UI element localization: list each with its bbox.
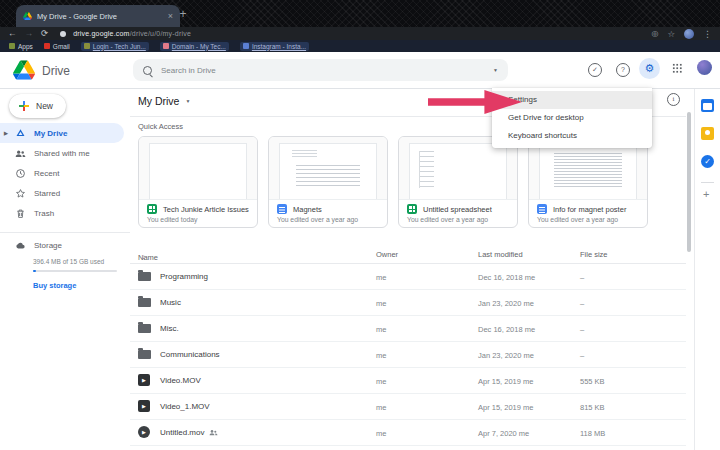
file-row[interactable]: Programming me Dec 16, 2018 me –: [130, 264, 686, 290]
quick-access-card[interactable]: Magnets You edited over a year ago: [268, 136, 388, 228]
site-info-icon[interactable]: [60, 31, 66, 37]
new-button[interactable]: New: [9, 94, 66, 118]
sidebar-item-shared-with-me[interactable]: Shared with me: [0, 143, 130, 163]
search-icon: [143, 66, 152, 75]
back-icon[interactable]: ←: [8, 27, 17, 40]
column-header-owner[interactable]: Owner: [376, 250, 398, 259]
file-row[interactable]: Communications me Jan 23, 2020 me –: [130, 342, 686, 368]
quick-access-card[interactable]: Tech Junkie Article Issues You edited to…: [138, 136, 258, 228]
people-icon: [15, 148, 26, 159]
docs-icon: [277, 204, 287, 214]
keep-icon[interactable]: [701, 127, 714, 140]
menu-item-keyboard-shortcuts[interactable]: Keyboard shortcuts: [492, 127, 652, 145]
card-thumbnail: [139, 137, 257, 200]
side-panel: ✓ +: [694, 89, 720, 450]
tasks-icon[interactable]: ✓: [701, 155, 714, 168]
docs-icon: [537, 204, 547, 214]
folder-icon: [138, 298, 151, 307]
side-panel-divider: [701, 182, 714, 183]
bookmark-favicon: [243, 43, 249, 49]
folder-icon: [138, 350, 151, 359]
quick-access-card[interactable]: Info for magnet poster You edited over a…: [528, 136, 648, 228]
scrollbar[interactable]: [687, 112, 691, 252]
help-icon[interactable]: ?: [616, 63, 630, 77]
file-row[interactable]: Misc. me Dec 16, 2018 me –: [130, 316, 686, 342]
sidebar: New ▶ My Drive Shared with me Recent: [0, 89, 130, 450]
sidebar-item-trash[interactable]: Trash: [0, 203, 130, 223]
bookmark-favicon: [44, 43, 50, 49]
extension-icon[interactable]: ◎: [651, 29, 658, 38]
drive-logo-icon: [13, 60, 35, 80]
sheets-icon: [407, 204, 417, 214]
browser-avatar[interactable]: [684, 29, 694, 39]
settings-gear-button[interactable]: ⚙: [639, 58, 660, 79]
storage-progress-bar: [33, 270, 117, 272]
column-header-last-modified[interactable]: Last modified: [478, 250, 523, 259]
forward-icon[interactable]: →: [25, 27, 34, 40]
bookmark-favicon: [9, 43, 15, 49]
sheets-icon: [147, 204, 157, 214]
sidebar-item-storage[interactable]: Storage: [0, 235, 130, 255]
quick-access-cards: Tech Junkie Article Issues You edited to…: [138, 136, 648, 228]
browser-toolbar: ← → ⟳ drive.google.com/drive/u/0/my-driv…: [0, 27, 720, 40]
url-domain: drive.google.com: [73, 30, 130, 37]
file-row[interactable]: Untitled spreadsheet me Sep 13, 2018 me …: [130, 446, 686, 450]
sidebar-item-starred[interactable]: Starred: [0, 183, 130, 203]
quick-access-card[interactable]: Untitled spreadsheet You edited over a y…: [398, 136, 518, 228]
google-apps-grid-icon[interactable]: [672, 63, 683, 74]
bookmark-apps[interactable]: Apps: [9, 43, 33, 50]
screen: My Drive - Google Drive × + ← → ⟳ drive.…: [0, 0, 720, 450]
menu-item-settings[interactable]: Settings: [492, 91, 652, 109]
browser-tab[interactable]: My Drive - Google Drive ×: [16, 5, 180, 27]
card-thumbnail: [269, 137, 387, 200]
gear-icon: ⚙: [645, 62, 655, 74]
search-options-caret-icon[interactable]: ▼: [493, 67, 498, 73]
get-addons-icon[interactable]: +: [703, 188, 709, 200]
sidebar-item-my-drive[interactable]: ▶ My Drive: [0, 123, 124, 143]
browser-menu-icon[interactable]: ⋮: [703, 29, 712, 39]
account-avatar[interactable]: [697, 60, 712, 75]
browser-tab-strip: My Drive - Google Drive × +: [0, 0, 720, 27]
view-details-icon[interactable]: i: [667, 93, 680, 106]
quick-access-label: Quick Access: [138, 122, 183, 131]
address-bar[interactable]: drive.google.com/drive/u/0/my-drive: [73, 30, 191, 37]
bookmark-item[interactable]: Domain - My Tec...: [160, 42, 229, 51]
expand-arrow-icon[interactable]: ▶: [4, 130, 8, 136]
my-drive-icon: [15, 128, 26, 139]
shared-people-icon: [209, 428, 218, 437]
tab-close-icon[interactable]: ×: [168, 12, 173, 21]
star-icon: [15, 188, 26, 199]
breadcrumb-my-drive[interactable]: My Drive ▼: [138, 95, 190, 107]
bookmark-favicon: [84, 43, 90, 49]
video-file-icon: ▶: [138, 400, 150, 412]
table-header: Name↓ Owner Last modified File size: [130, 247, 686, 264]
file-row[interactable]: ▶ Video.MOV me Apr 15, 2019 me 555 KB: [130, 368, 686, 394]
bookmark-gmail[interactable]: Gmail: [44, 43, 70, 50]
cloud-icon: [15, 240, 26, 251]
menu-item-get-drive-for-desktop[interactable]: Get Drive for desktop: [492, 109, 652, 127]
bookmark-item[interactable]: Login - Tech Jun...: [81, 42, 149, 51]
calendar-icon[interactable]: [701, 99, 714, 112]
sort-descending-icon: ↓: [142, 253, 146, 260]
video-file-icon: ▶: [138, 374, 150, 386]
new-tab-button[interactable]: +: [176, 7, 190, 21]
bookmark-star-icon[interactable]: ☆: [667, 29, 675, 39]
reload-icon[interactable]: ⟳: [41, 27, 48, 40]
chevron-down-icon[interactable]: ▼: [185, 98, 190, 104]
file-row[interactable]: ▶ Untitled.mov me Apr 7, 2020 me 118 MB: [130, 420, 686, 446]
column-header-file-size[interactable]: File size: [580, 250, 608, 259]
bookmarks-bar: Apps Gmail Login - Tech Jun... Domain - …: [0, 40, 720, 52]
search-bar[interactable]: ▼: [133, 59, 508, 81]
search-input[interactable]: [159, 65, 486, 76]
bookmark-favicon: [163, 43, 169, 49]
file-table: Name↓ Owner Last modified File size Prog…: [130, 247, 686, 450]
offline-status-icon[interactable]: ✓: [588, 63, 602, 77]
bookmark-item[interactable]: Instagram - Insta...: [240, 42, 309, 51]
file-row[interactable]: Music me Jan 23, 2020 me –: [130, 290, 686, 316]
file-row[interactable]: ▶ Video_1.MOV me Apr 15, 2019 me 815 KB: [130, 394, 686, 420]
sidebar-divider: [0, 232, 130, 233]
trash-icon: [15, 208, 26, 219]
sidebar-item-recent[interactable]: Recent: [0, 163, 130, 183]
app-name: Drive: [42, 64, 70, 78]
buy-storage-link[interactable]: Buy storage: [33, 281, 76, 290]
